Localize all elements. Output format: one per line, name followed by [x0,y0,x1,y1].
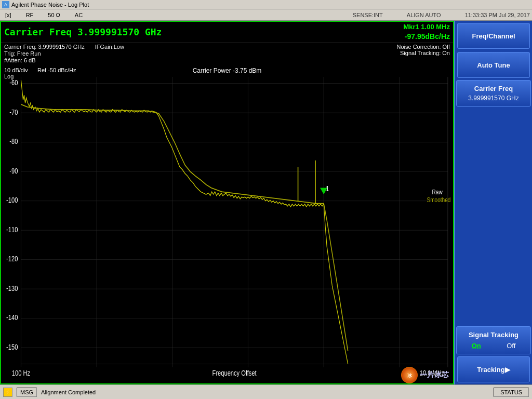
right-panel: Freq/Channel Auto Tune Carrier Freq 3.99… [454,21,532,384]
svg-text:-60: -60 [9,79,18,87]
svg-text:-140: -140 [6,314,18,322]
carrier-freq-display: Carrier Freq 3.999991570 GHz [4,26,162,37]
svg-text:1: 1 [326,184,329,192]
auto-tune-button[interactable]: Auto Tune [457,52,530,78]
signal-tracking-off[interactable]: Off [507,342,515,350]
chart-area: Carrier Freq 3.999991570 GHz Mkr1 1.00 M… [0,21,454,384]
trig-label: Trig: Free Run [4,50,85,57]
app-icon: A [2,1,9,8]
svg-text:Raw: Raw [432,189,443,195]
svg-text:-110: -110 [6,226,18,234]
carrier-freq-section[interactable]: Carrier Freq 3.999991570 GHz [456,80,531,107]
ref-level: Ref -50 dBc/Hz [37,67,76,73]
carrier-freq-detail: Carrier Freq: 3.999991570 GHz [4,44,85,50]
svg-text:-80: -80 [9,138,18,145]
watermark-icon: 冰 [401,367,418,383]
watermark: 冰 一片冰芯 [401,367,449,383]
msg-indicator: ⚡ [3,388,12,397]
menu-item-50ohm[interactable]: 50 Ω [45,11,63,19]
if-gain-label: IFGain:Low [95,44,124,50]
freq-channel-button[interactable]: Freq/Channel [457,23,530,49]
menu-bar: [x] RF 50 Ω AC SENSE:INT ALIGN AUTO 11:3… [0,9,532,21]
signal-tracking-section: Signal Tracking On Off [456,326,531,354]
menu-item-close[interactable]: [x] [2,11,15,19]
signal-tracking-status: Signal Tracking: On [396,50,450,56]
align-label: ALIGN AUTO [407,12,441,18]
svg-text:-130: -130 [6,285,18,292]
signal-tracking-on[interactable]: On [472,342,481,350]
atten-label: #Atten: 6 dB [4,57,85,63]
datetime-label: 11:33:33 PM Jul 29, 2017 [465,12,530,18]
phase-noise-chart: -60 -70 -80 -90 -100 -110 -120 -130 -140… [1,64,453,383]
menu-item-rf[interactable]: RF [23,11,37,19]
svg-text:冰: 冰 [407,373,413,378]
svg-text:-150: -150 [6,343,18,351]
sense-label: SENSE:INT [353,12,383,18]
menu-item-ac[interactable]: AC [72,11,86,19]
svg-text:-90: -90 [9,167,18,175]
scale-label: 10 dB/div Log [4,67,28,79]
svg-text:-120: -120 [6,255,18,263]
svg-text:Frequency Offset: Frequency Offset [212,369,257,377]
svg-text:Smoothed: Smoothed [427,196,450,203]
signal-tracking-btn-label: Signal Tracking [459,331,528,339]
bottom-bar: ⚡ MSG Alignment Completed STATUS [0,384,532,399]
carrier-freq-btn-value: 3.999991570 GHz [459,95,528,102]
window-title: Agilent Phase Noise - Log Plot [11,2,89,8]
svg-text:-70: -70 [9,109,18,116]
tracking-button[interactable]: Tracking▶ [457,356,530,382]
watermark-text: 一片冰芯 [420,370,449,380]
main-layout: Carrier Freq 3.999991570 GHz Mkr1 1.00 M… [0,21,532,384]
title-bar: A Agilent Phase Noise - Log Plot [0,0,532,9]
carrier-power: Carrier Power -3.75 dBm [193,67,262,74]
marker-display: Mkr1 1.00 MHz -97.95dBc/Hz [403,23,450,42]
status-label: STATUS [494,388,529,397]
svg-text:100 Hz: 100 Hz [12,369,30,377]
msg-label: MSG [17,388,37,397]
noise-correction: Noise Correction: Off [396,44,450,50]
svg-text:-100: -100 [6,196,18,204]
carrier-freq-btn-label: Carrier Freq [459,85,528,92]
alert-text: Alignment Completed [41,389,96,395]
